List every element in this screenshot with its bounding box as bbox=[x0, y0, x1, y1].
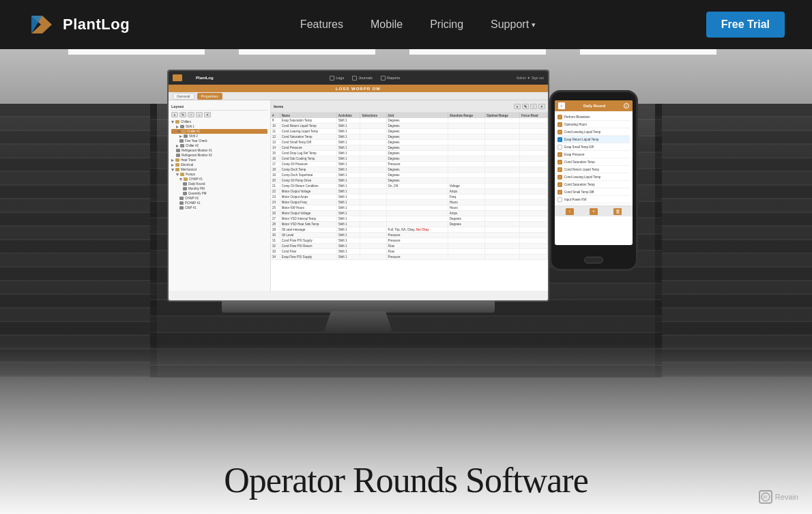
col-unit: Unit bbox=[386, 113, 448, 118]
check-label: Operating Hours bbox=[564, 123, 587, 126]
checkbox[interactable] bbox=[557, 190, 562, 195]
table-row: 16Cond Sub Cooling TempShift 1Degrees bbox=[271, 156, 548, 162]
checkbox[interactable] bbox=[557, 152, 562, 157]
move-item-up-btn[interactable]: ↑ bbox=[530, 104, 537, 109]
add-item-btn[interactable]: + bbox=[514, 104, 521, 109]
checkbox[interactable] bbox=[557, 145, 562, 149]
edit-btn[interactable]: ✎ bbox=[179, 112, 186, 117]
nav-pricing[interactable]: Pricing bbox=[430, 18, 463, 31]
tree-chwp1[interactable]: CHWP #1 bbox=[171, 177, 267, 182]
tree-shift2[interactable]: Shift 2 bbox=[171, 134, 267, 139]
table-row: 22Motor Output VoltageShift 1Amps bbox=[271, 189, 548, 195]
tree-daily[interactable]: Daily Round bbox=[171, 182, 267, 186]
item-icon bbox=[176, 154, 180, 157]
edit-item-btn[interactable]: ✎ bbox=[522, 104, 529, 109]
tree-chillers[interactable]: Chillers bbox=[171, 119, 267, 124]
checkbox[interactable] bbox=[557, 122, 562, 127]
checkbox[interactable] bbox=[557, 167, 562, 172]
table-row: 25Motor KW HoursShift 1Hours bbox=[271, 205, 548, 211]
tree-electrical[interactable]: Electrical bbox=[171, 162, 267, 167]
layout-toolbar: + ✎ ↑ ↓ × bbox=[171, 112, 267, 117]
check-label: Perform Blowdown bbox=[564, 115, 590, 119]
light-1 bbox=[68, 49, 205, 55]
phone-check-item[interactable]: Operating Hours bbox=[557, 121, 630, 128]
folder-icon bbox=[182, 130, 186, 133]
tree-refmon1[interactable]: Refrigerant Monitor #1 bbox=[171, 148, 267, 153]
tree-mechanical[interactable]: Mechanical bbox=[171, 167, 267, 172]
free-trial-button[interactable]: Free Trial bbox=[706, 12, 785, 38]
tree-heattrace[interactable]: Heat Trace bbox=[171, 158, 267, 162]
tree-chiller2[interactable]: Chiller #2 bbox=[171, 143, 267, 148]
chevron-icon bbox=[176, 126, 179, 128]
layout-header: Layout bbox=[171, 103, 267, 111]
phone-check-item[interactable]: Cond Leaving Liquid Temp bbox=[557, 173, 630, 181]
table-row: 31Cond Flow PSI SupplyShift 1Pressure bbox=[271, 238, 548, 244]
checkbox[interactable] bbox=[557, 137, 562, 142]
phone-check-item[interactable]: Cond Saturation Temp bbox=[557, 181, 630, 188]
phone-trash-btn[interactable]: 🗑 bbox=[613, 208, 622, 215]
tree-refmon2[interactable]: Refrigerant Monitor #2 bbox=[171, 153, 267, 158]
app-brand: PlantLog bbox=[196, 76, 214, 80]
table-row: 21Comp Oil Return ConditionShift 1On, Of… bbox=[271, 184, 548, 189]
app-nav-logs: Logs bbox=[330, 76, 344, 81]
phone-check-item[interactable]: Perform Blowdown bbox=[557, 113, 630, 121]
phone-check-item[interactable]: Cond Small Temp Diff bbox=[557, 188, 630, 196]
nav-mobile[interactable]: Mobile bbox=[371, 18, 403, 31]
tree-pumps[interactable]: Pumps bbox=[171, 172, 267, 177]
item-icon bbox=[180, 144, 184, 147]
checkbox[interactable] bbox=[557, 175, 562, 180]
phone-back-btn[interactable]: ‹ bbox=[566, 208, 574, 215]
tree-pchmp[interactable]: PCHMP #1 bbox=[171, 201, 267, 205]
revain-icon: R bbox=[759, 490, 772, 504]
phone-add-btn[interactable]: + bbox=[590, 208, 598, 215]
check-label: Cond Leaving Liquid Temp bbox=[564, 175, 600, 179]
table-row: 13Cond Small Temp DiffShift 1Degrees bbox=[271, 140, 548, 145]
items-toolbar: + ✎ ↑ × bbox=[514, 104, 545, 109]
checkbox[interactable] bbox=[557, 115, 562, 119]
checkbox[interactable] bbox=[557, 197, 562, 202]
item-icon bbox=[179, 197, 184, 200]
col-opt-range: Optimal Range bbox=[485, 113, 520, 118]
app-right-panel: Items + ✎ ↑ × bbox=[271, 100, 548, 291]
col-name: Name bbox=[280, 113, 336, 118]
tree-quarterly[interactable]: Quarterly PM bbox=[171, 191, 267, 196]
check-label: Input Power KW bbox=[564, 198, 587, 201]
tree-fiveyear[interactable]: Five Year Check bbox=[171, 139, 267, 143]
chevron-icon bbox=[176, 173, 179, 176]
app-screen: PlantLog Logs Journals bbox=[169, 71, 548, 300]
tree-monthly[interactable]: Monthly PM bbox=[171, 186, 267, 191]
checkbox[interactable] bbox=[557, 160, 562, 165]
checkbox[interactable] bbox=[557, 182, 562, 187]
phone-check-item[interactable]: Cond Leaving Liquid Temp bbox=[557, 128, 630, 136]
nav-features[interactable]: Features bbox=[300, 18, 343, 31]
app-tab-general[interactable]: General bbox=[173, 93, 194, 100]
checkbox[interactable] bbox=[557, 130, 562, 134]
tree-chiller1[interactable]: Chiller #1 bbox=[171, 129, 267, 134]
nav-support[interactable]: Support ▾ bbox=[491, 18, 536, 31]
app-nav-reports: Reports bbox=[381, 76, 400, 81]
phone-check-item[interactable]: Input Power KW bbox=[557, 196, 630, 203]
add-btn[interactable]: + bbox=[171, 112, 178, 117]
delete-item-btn[interactable]: × bbox=[538, 104, 545, 109]
move-down-btn[interactable]: ↓ bbox=[196, 112, 203, 117]
phone-home-button[interactable] bbox=[584, 257, 603, 263]
phone-check-item[interactable]: Evap Return Liquid Temp bbox=[557, 136, 630, 143]
tree-cwp[interactable]: CWP #1 bbox=[171, 205, 267, 210]
check-label: Cond Leaving Liquid Temp bbox=[564, 130, 600, 134]
tree-chwp2[interactable]: CHWP #2 bbox=[171, 196, 267, 201]
phone-bottom-toolbar: ‹ + 🗑 bbox=[555, 205, 633, 216]
phone-body: P Daily Round i Perform BlowdownOperatin… bbox=[549, 90, 638, 271]
app-tab-properties[interactable]: Properties bbox=[197, 93, 222, 100]
phone-check-item[interactable]: Evap Pressure bbox=[557, 151, 630, 158]
phone-check-item[interactable]: Evap Small Temp Diff bbox=[557, 143, 630, 151]
chevron-icon bbox=[171, 121, 174, 124]
move-up-btn[interactable]: ↑ bbox=[188, 112, 194, 117]
check-label: Cond Saturation Temp bbox=[564, 183, 595, 186]
delete-btn[interactable]: × bbox=[204, 112, 211, 117]
col-abs-range: Absolute Range bbox=[448, 113, 484, 118]
hero-section: PlantLog Logs Journals bbox=[0, 49, 812, 514]
phone-check-item[interactable]: Cond Saturation Temp bbox=[557, 158, 630, 166]
light-2 bbox=[239, 49, 375, 55]
tree-shift1[interactable]: Shift 1 bbox=[171, 124, 267, 129]
phone-check-item[interactable]: Cond Return Liquid Temp bbox=[557, 166, 630, 173]
